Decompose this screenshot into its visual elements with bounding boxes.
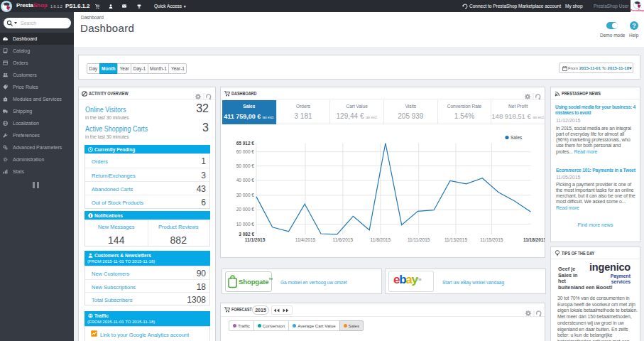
- svg-text:11/4/2015: 11/4/2015: [295, 237, 316, 242]
- svg-text:Sales: Sales: [511, 135, 523, 140]
- svg-text:20 000 €: 20 000 €: [236, 207, 255, 212]
- svg-text:65 912 €: 65 912 €: [236, 141, 255, 146]
- svg-text:11/8/2015: 11/8/2015: [371, 237, 391, 242]
- svg-text:11/18/2015: 11/18/2015: [523, 237, 545, 242]
- svg-text:11/11/2015: 11/11/2015: [408, 237, 430, 242]
- svg-text:30 000 €: 30 000 €: [236, 193, 255, 197]
- svg-text:60 000 €: 60 000 €: [236, 149, 255, 154]
- svg-text:PrestaShop: PrestaShop: [631, 9, 644, 12]
- svg-text:11/13/2015: 11/13/2015: [444, 237, 467, 242]
- svg-text:11/15/2015: 11/15/2015: [480, 237, 503, 242]
- svg-text:3 082 €: 3 082 €: [239, 232, 254, 237]
- svg-text:11/6/2015: 11/6/2015: [333, 237, 354, 242]
- svg-text:10 000 €: 10 000 €: [236, 222, 255, 227]
- svg-text:40 000 €: 40 000 €: [236, 178, 255, 183]
- svg-text:11/1/2015: 11/1/2015: [245, 237, 266, 242]
- svg-text:50 000 €: 50 000 €: [236, 163, 255, 168]
